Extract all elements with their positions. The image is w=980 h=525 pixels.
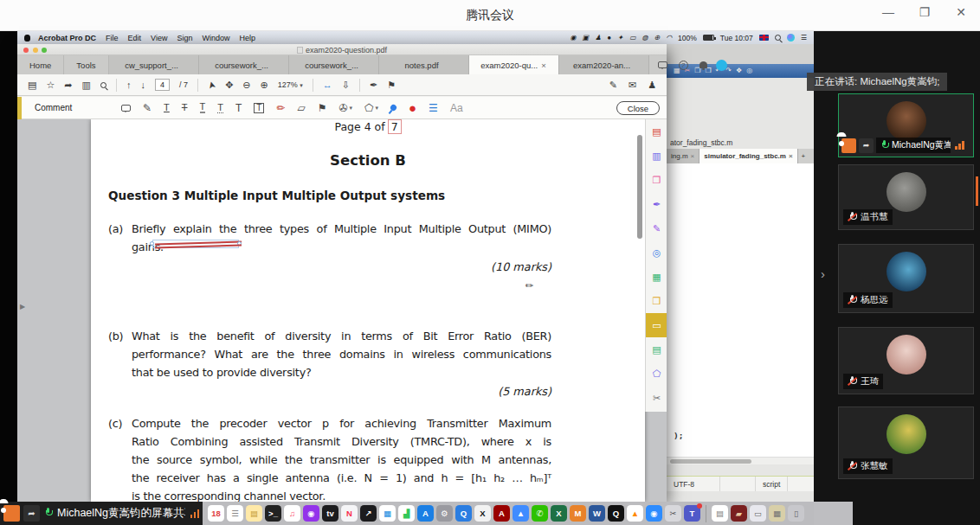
menubar-clock[interactable]: Tue 10:07 xyxy=(720,34,753,42)
wifi-icon[interactable]: ◠ xyxy=(666,35,672,42)
image-thumb-icon[interactable]: ▦ xyxy=(769,505,785,522)
stamp-tool-icon[interactable]: ⚑ xyxy=(387,80,396,90)
help-icon[interactable]: ◎ xyxy=(746,67,752,74)
participant-tile[interactable]: ➦ MichaelNg黄嵩... xyxy=(838,93,974,157)
menubar-menu-item[interactable]: Sign xyxy=(177,34,192,42)
apple-menu-icon[interactable] xyxy=(24,35,30,42)
matlab-hscrollbar[interactable] xyxy=(667,457,814,464)
keynote-icon[interactable]: ▦ xyxy=(379,505,396,522)
insert-text-icon[interactable]: T xyxy=(217,103,223,113)
music-icon[interactable]: ♫ xyxy=(284,505,300,522)
draw-pencil-icon[interactable]: ✏ xyxy=(276,103,285,113)
matlab-editor-tab[interactable]: simulator_fading_stbc.m × xyxy=(700,149,797,163)
document-tab[interactable]: exam2020-an... xyxy=(559,55,649,74)
attach-icon[interactable]: ✇ xyxy=(339,103,353,113)
hand-tool-icon[interactable]: ✥ xyxy=(225,80,233,90)
share-upload-icon[interactable]: ➦ xyxy=(64,80,72,90)
highlight-text-icon[interactable]: ✎ xyxy=(143,103,152,113)
calendar-icon[interactable]: 18 xyxy=(208,505,224,522)
document-tab[interactable]: coursework_... xyxy=(289,55,379,74)
document-tab[interactable]: notes.pdf xyxy=(379,55,469,74)
page-number-input[interactable]: 4 xyxy=(155,79,170,91)
cone-status-icon[interactable]: ♟ xyxy=(595,35,601,42)
select-tool-icon[interactable]: ➤ xyxy=(206,80,217,90)
pdf-page[interactable]: Page 4 of7 Section B Question 3 Multiple… xyxy=(91,119,645,502)
annotation-handle[interactable] xyxy=(237,241,242,246)
menubar-menu-item[interactable]: View xyxy=(151,34,167,42)
notes-icon[interactable]: ▤ xyxy=(246,505,262,522)
input-language-flag-icon[interactable] xyxy=(759,35,769,41)
underline-text-icon[interactable]: T xyxy=(164,103,170,112)
add-person-icon[interactable]: ♟ xyxy=(648,80,656,90)
news-icon[interactable]: N xyxy=(341,505,358,522)
participant-tile[interactable]: 温书慧 xyxy=(838,164,974,230)
esign-pen-icon[interactable]: ✎ xyxy=(609,80,617,90)
close-button[interactable]: ✕ xyxy=(954,5,968,19)
fill-sign-tool[interactable]: ✒ xyxy=(646,192,667,216)
account-avatar[interactable] xyxy=(716,60,727,71)
notifications-bell-icon[interactable] xyxy=(700,61,707,68)
layout-icon[interactable]: ❖ xyxy=(736,67,742,74)
create-pdf-tool[interactable]: ▤ xyxy=(646,119,667,144)
edit-pdf-tool[interactable]: ▦ xyxy=(646,265,667,289)
shapes-icon[interactable]: ⬠ xyxy=(364,103,378,113)
word-icon[interactable]: W xyxy=(589,505,605,522)
x11-icon[interactable]: X xyxy=(474,505,491,522)
screen-mirror-icon[interactable]: ▣ xyxy=(583,35,590,42)
comment-panel-icon[interactable] xyxy=(658,61,667,68)
nav-tab[interactable]: Home xyxy=(17,55,64,74)
member-badge-icon[interactable] xyxy=(3,505,20,522)
share-screen-icon[interactable]: ➦ xyxy=(23,505,40,522)
nav-tab[interactable]: Tools xyxy=(64,55,108,74)
more-tools[interactable]: ✂ xyxy=(646,386,667,410)
weiyun-icon[interactable]: ▲ xyxy=(513,505,529,522)
numbers-icon[interactable]: ▟ xyxy=(398,505,415,522)
replace-text-icon[interactable]: T xyxy=(200,102,206,113)
print-icon[interactable]: ▥ xyxy=(82,80,91,90)
document-scrollbar[interactable] xyxy=(637,135,642,239)
document-tab[interactable]: exam2020-qu... × xyxy=(469,55,559,74)
display-lock-icon[interactable]: ▭ xyxy=(629,35,636,42)
font-style-label[interactable]: Aa xyxy=(450,103,463,113)
fill-sign-icon[interactable]: ✒ xyxy=(370,80,377,90)
acrobat-icon[interactable]: A xyxy=(493,505,510,522)
participant-tile[interactable]: 杨思远 xyxy=(838,244,974,313)
appstore-icon[interactable]: A xyxy=(417,505,434,522)
stocks-icon[interactable]: ↗ xyxy=(360,505,377,522)
zoom-in-icon[interactable]: ⊕ xyxy=(261,80,268,90)
comment-tool[interactable]: ▭ xyxy=(646,313,667,337)
settings-icon[interactable]: ⚙ xyxy=(436,505,453,522)
optimize-pdf-tool[interactable]: ◎ xyxy=(646,240,667,265)
excel-icon[interactable]: X xyxy=(551,505,567,522)
accessibility-icon[interactable]: ⊕ xyxy=(654,35,660,42)
document-tab[interactable]: cw_support_... xyxy=(109,55,199,74)
panel-scrollbar[interactable] xyxy=(976,176,978,206)
minimize-button[interactable]: — xyxy=(881,5,895,19)
linked-page-number[interactable]: 7 xyxy=(388,119,402,134)
zoom-level-dropdown[interactable]: 127% ▾ xyxy=(278,80,303,89)
matlab-new-tab-button[interactable]: + xyxy=(798,149,809,163)
qq-icon[interactable]: Q xyxy=(608,505,624,522)
find-icon[interactable] xyxy=(100,82,106,88)
strikethrough-text-icon[interactable]: T xyxy=(182,103,188,112)
matlab-editor-area[interactable] xyxy=(667,163,814,457)
sticky-note-icon[interactable] xyxy=(121,105,131,112)
page-down-icon[interactable]: ↓ xyxy=(140,80,145,90)
export-pdf-tool[interactable]: ▥ xyxy=(646,144,667,168)
trash-icon[interactable]: ▯ xyxy=(788,505,804,522)
collapse-panel-chevron-icon[interactable]: › xyxy=(821,266,825,281)
page-scroll-icon[interactable]: ⇩ xyxy=(342,80,350,90)
maximize-button[interactable]: ❐ xyxy=(918,5,932,19)
menubar-app-name[interactable]: Acrobat Pro DC xyxy=(38,34,96,42)
protect-tool[interactable]: ⬠ xyxy=(646,362,667,386)
teams-icon[interactable]: T xyxy=(684,505,700,522)
wechat-icon[interactable]: ✆ xyxy=(532,505,548,522)
organize-pages-tool[interactable]: ❐ xyxy=(646,168,667,192)
color-swatch[interactable]: ● xyxy=(409,101,416,114)
spotlight-search-icon[interactable] xyxy=(775,35,781,41)
save-icon[interactable]: ▤ xyxy=(28,80,36,90)
menubar-menu-item[interactable]: Window xyxy=(202,34,229,42)
terminal-icon[interactable]: >_ xyxy=(265,505,281,522)
globe-status-icon[interactable]: ◍ xyxy=(642,35,648,42)
star-icon[interactable]: ☆ xyxy=(46,80,55,90)
